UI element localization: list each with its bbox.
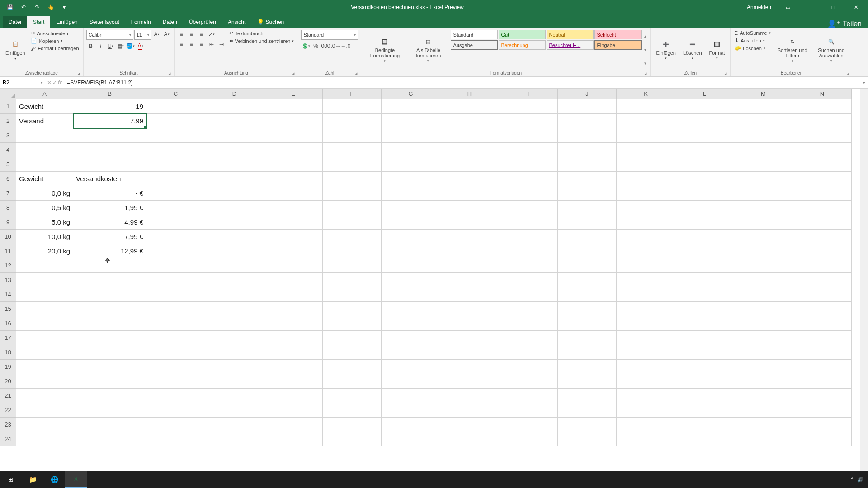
cell-E4[interactable]: [264, 143, 323, 157]
cell-I22[interactable]: [499, 403, 558, 418]
cell-G9[interactable]: [382, 215, 440, 230]
cell-A14[interactable]: [16, 287, 73, 302]
cell-F8[interactable]: [323, 201, 382, 215]
cell-E14[interactable]: [264, 287, 323, 302]
cell-L6[interactable]: [675, 172, 734, 186]
cell-N3[interactable]: [793, 128, 852, 143]
cell-F10[interactable]: [323, 230, 382, 244]
redo-button[interactable]: ↷: [31, 1, 43, 13]
cell-L9[interactable]: [675, 215, 734, 230]
format-as-table-button[interactable]: ▤ Als Tabelle formatieren▾: [407, 30, 449, 70]
cell-K19[interactable]: [617, 360, 675, 374]
cell-J2[interactable]: [558, 114, 617, 128]
cell-G17[interactable]: [382, 331, 440, 345]
cell-H2[interactable]: [440, 114, 499, 128]
style-schlecht[interactable]: Schlecht: [594, 30, 642, 39]
cell-N4[interactable]: [793, 143, 852, 157]
cell-I4[interactable]: [499, 143, 558, 157]
cell-A18[interactable]: [16, 345, 73, 360]
cell-M17[interactable]: [734, 331, 793, 345]
cell-M24[interactable]: [734, 432, 793, 446]
cell-E1[interactable]: [264, 99, 323, 114]
cell-H24[interactable]: [440, 432, 499, 446]
cell-I8[interactable]: [499, 201, 558, 215]
row-header-4[interactable]: 4: [0, 143, 16, 157]
merge-center-button[interactable]: ⬌Verbinden und zentrieren ▾: [228, 38, 296, 44]
name-box[interactable]: B2: [0, 77, 45, 88]
cell-J22[interactable]: [558, 403, 617, 418]
cell-J1[interactable]: [558, 99, 617, 114]
cell-F17[interactable]: [323, 331, 382, 345]
cell-B6[interactable]: Versandkosten: [73, 172, 146, 186]
maximize-button[interactable]: □: [823, 0, 844, 14]
cell-A4[interactable]: [16, 143, 73, 157]
cell-L12[interactable]: [675, 258, 734, 273]
cell-G18[interactable]: [382, 345, 440, 360]
cell-G4[interactable]: [382, 143, 440, 157]
cell-D17[interactable]: [205, 331, 264, 345]
cell-K3[interactable]: [617, 128, 675, 143]
cell-E20[interactable]: [264, 374, 323, 389]
cell-A6[interactable]: Gewicht: [16, 172, 73, 186]
cell-G6[interactable]: [382, 172, 440, 186]
cell-L7[interactable]: [675, 186, 734, 201]
sort-filter-button[interactable]: ⇅Sortieren und Filtern▾: [774, 30, 811, 70]
row-header-5[interactable]: 5: [0, 157, 16, 172]
cell-L24[interactable]: [675, 432, 734, 446]
qat-customize[interactable]: ▾: [58, 1, 71, 13]
cell-K15[interactable]: [617, 302, 675, 316]
paste-button[interactable]: 📋 Einfügen ▾: [3, 30, 28, 70]
cell-L20[interactable]: [675, 374, 734, 389]
align-middle-button[interactable]: ≡: [187, 30, 196, 39]
enter-formula-button[interactable]: ✓: [52, 80, 57, 86]
cell-E2[interactable]: [264, 114, 323, 128]
cell-K11[interactable]: [617, 244, 675, 258]
cell-D22[interactable]: [205, 403, 264, 418]
cell-C17[interactable]: [146, 331, 205, 345]
cell-N13[interactable]: [793, 273, 852, 287]
cell-K10[interactable]: [617, 230, 675, 244]
cell-B24[interactable]: [73, 432, 146, 446]
col-header-K[interactable]: K: [617, 89, 675, 99]
cell-L21[interactable]: [675, 389, 734, 403]
fill-color-button[interactable]: 🪣▾: [126, 42, 135, 51]
row-header-14[interactable]: 14: [0, 287, 16, 302]
cell-E5[interactable]: [264, 157, 323, 172]
cell-M7[interactable]: [734, 186, 793, 201]
cell-B2[interactable]: 7,99: [73, 114, 146, 128]
cell-K21[interactable]: [617, 389, 675, 403]
cell-G3[interactable]: [382, 128, 440, 143]
decrease-decimal-button[interactable]: ←.0: [341, 42, 350, 51]
cell-B16[interactable]: [73, 316, 146, 331]
cell-D11[interactable]: [205, 244, 264, 258]
cell-E10[interactable]: [264, 230, 323, 244]
minimize-button[interactable]: —: [800, 0, 821, 14]
cell-C4[interactable]: [146, 143, 205, 157]
excel-taskbar-button[interactable]: X: [65, 471, 87, 488]
fill-button[interactable]: ⬇Ausfüllen ▾: [733, 37, 772, 44]
cell-C5[interactable]: [146, 157, 205, 172]
cell-G19[interactable]: [382, 360, 440, 374]
cell-E16[interactable]: [264, 316, 323, 331]
system-tray[interactable]: ˄ 🔊: [846, 477, 868, 483]
cell-C18[interactable]: [146, 345, 205, 360]
cell-N19[interactable]: [793, 360, 852, 374]
row-header-17[interactable]: 17: [0, 331, 16, 345]
cell-B5[interactable]: [73, 157, 146, 172]
cell-M6[interactable]: [734, 172, 793, 186]
cell-C19[interactable]: [146, 360, 205, 374]
cell-M12[interactable]: [734, 258, 793, 273]
cell-J13[interactable]: [558, 273, 617, 287]
cell-B13[interactable]: [73, 273, 146, 287]
cell-D13[interactable]: [205, 273, 264, 287]
decrease-font-button[interactable]: A▾: [162, 30, 171, 39]
insert-cells-button[interactable]: ➕Einfügen▾: [653, 30, 678, 70]
cell-N16[interactable]: [793, 316, 852, 331]
close-button[interactable]: ✕: [845, 0, 866, 14]
cell-I20[interactable]: [499, 374, 558, 389]
styles-gallery-expand[interactable]: ▾: [644, 61, 646, 66]
font-size-select[interactable]: 11▾: [134, 30, 151, 40]
cell-D14[interactable]: [205, 287, 264, 302]
cell-F16[interactable]: [323, 316, 382, 331]
cell-F20[interactable]: [323, 374, 382, 389]
